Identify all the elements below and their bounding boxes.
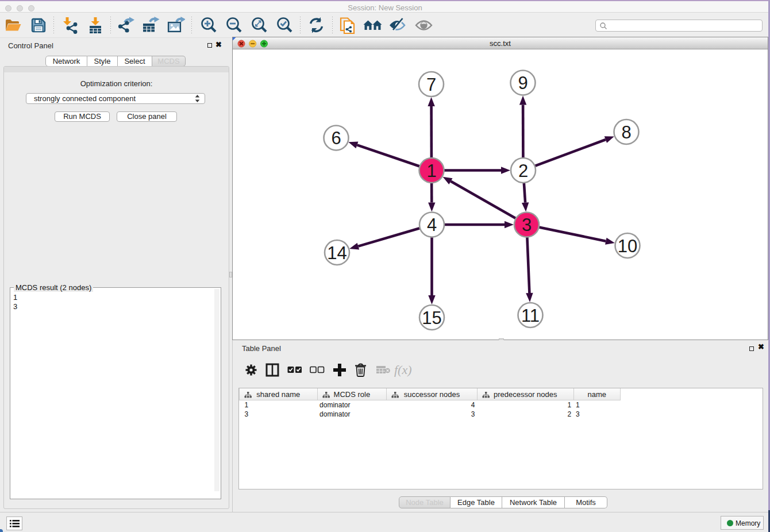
svg-text:3: 3 (522, 215, 532, 235)
svg-text:2: 2 (518, 161, 528, 181)
svg-text:7: 7 (426, 75, 436, 95)
svg-text:9: 9 (518, 73, 528, 93)
svg-text:1: 1 (426, 161, 436, 181)
svg-text:6: 6 (331, 128, 341, 148)
svg-text:10: 10 (618, 236, 637, 256)
svg-text:15: 15 (422, 308, 441, 328)
svg-text:14: 14 (327, 243, 346, 263)
svg-text:11: 11 (521, 306, 540, 326)
svg-text:4: 4 (427, 215, 437, 235)
svg-text:8: 8 (621, 122, 631, 142)
